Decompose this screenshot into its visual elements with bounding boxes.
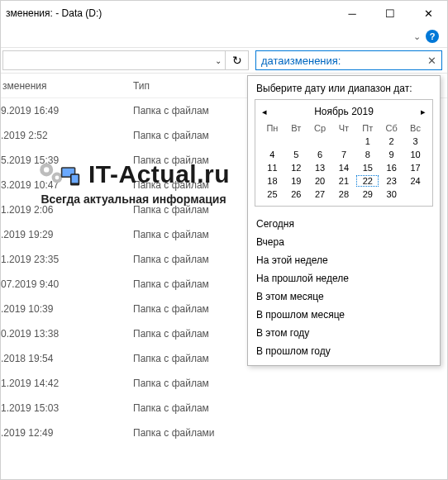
cell-date: 1.2019 14:42 bbox=[1, 378, 133, 389]
cell-date: 1.2019 15:03 bbox=[1, 402, 133, 414]
address-dropdown-icon[interactable]: ⌄ bbox=[215, 56, 222, 65]
calendar-day[interactable]: 21 bbox=[332, 174, 356, 188]
clear-search-icon[interactable]: ✕ bbox=[427, 55, 436, 67]
table-row[interactable]: 1.2019 15:03Папка с файлам bbox=[1, 396, 447, 421]
cell-date: 9.2019 16:49 bbox=[1, 105, 133, 116]
calendar-day[interactable]: 6 bbox=[308, 148, 332, 161]
titlebar: зменения: - Data (D:) ─ ☐ ✕ bbox=[1, 1, 447, 26]
cell-type: Папка с файлам bbox=[133, 229, 209, 240]
date-filter-dropdown: Выберите дату или диапазон дат: ◂ Ноябрь… bbox=[247, 75, 441, 366]
dow-label: Вт bbox=[284, 121, 308, 135]
cell-type: Папка с файлам bbox=[133, 278, 209, 290]
date-preset[interactable]: В прошлом месяце bbox=[248, 306, 440, 324]
calendar-day[interactable]: 17 bbox=[403, 161, 427, 174]
calendar-day[interactable]: 30 bbox=[379, 188, 403, 201]
calendar-day[interactable]: 25 bbox=[260, 188, 284, 201]
cell-date: 1.2019 2:06 bbox=[1, 204, 133, 216]
help-icon[interactable]: ? bbox=[426, 30, 439, 43]
calendar-day[interactable]: 14 bbox=[332, 161, 356, 174]
cell-type: Папка с файлам bbox=[133, 179, 209, 191]
calendar-day bbox=[284, 135, 308, 148]
calendar-day[interactable]: 1 bbox=[355, 135, 379, 148]
cell-type: Папка с файлам bbox=[133, 328, 209, 340]
calendar-day[interactable]: 7 bbox=[332, 148, 356, 161]
cell-date: .2019 12:49 bbox=[1, 427, 133, 439]
search-query: датаизменения: bbox=[261, 55, 341, 67]
cell-date: 07.2019 9:40 bbox=[1, 278, 133, 290]
date-hint: Выберите дату или диапазон дат: bbox=[248, 76, 440, 99]
dow-label: Пт bbox=[355, 121, 379, 135]
month-label[interactable]: Ноябрь 2019 bbox=[314, 106, 374, 117]
calendar-day bbox=[308, 135, 332, 148]
calendar-day[interactable]: 11 bbox=[260, 161, 284, 174]
toolbar: ⌄ ↻ датаизменения: ✕ bbox=[1, 47, 447, 74]
close-button[interactable]: ✕ bbox=[409, 1, 447, 26]
calendar-day[interactable]: 9 bbox=[379, 148, 403, 161]
cell-type: Папка с файлам bbox=[133, 402, 209, 414]
ribbon-collapse-row: ⌄ ? bbox=[1, 26, 447, 47]
minimize-button[interactable]: ─ bbox=[333, 1, 371, 26]
col-modified[interactable]: зменения bbox=[1, 80, 133, 92]
calendar-day[interactable]: 15 bbox=[355, 161, 379, 174]
calendar-day bbox=[332, 135, 356, 148]
date-preset[interactable]: На прошлой неделе bbox=[248, 269, 440, 288]
cell-date: 5.2019 15:39 bbox=[1, 154, 133, 166]
date-preset[interactable]: Сегодня bbox=[248, 215, 440, 233]
date-preset[interactable]: В этом месяце bbox=[248, 288, 440, 306]
cell-date: .2019 10:39 bbox=[1, 303, 133, 315]
calendar-day[interactable]: 3 bbox=[403, 135, 427, 148]
date-preset[interactable]: Вчера bbox=[248, 233, 440, 251]
prev-month-icon[interactable]: ◂ bbox=[262, 107, 267, 117]
cell-type: Папка с файлам bbox=[133, 204, 209, 216]
calendar-day[interactable]: 29 bbox=[355, 188, 379, 201]
table-row[interactable]: 1.2019 14:42Папка с файлам bbox=[1, 371, 447, 396]
cell-date: 1.2019 23:35 bbox=[1, 254, 133, 265]
calendar-day[interactable]: 26 bbox=[284, 188, 308, 201]
calendar-day[interactable]: 28 bbox=[332, 188, 356, 201]
calendar-day[interactable]: 20 bbox=[308, 174, 332, 188]
table-row[interactable]: .2019 12:49Папка с файлами bbox=[1, 421, 447, 445]
dow-label: Сб bbox=[379, 121, 403, 135]
cell-date: 0.2019 13:38 bbox=[1, 328, 133, 340]
address-bar[interactable]: ⌄ bbox=[2, 50, 226, 70]
calendar-day[interactable]: 18 bbox=[260, 174, 284, 188]
calendar-day[interactable]: 22 bbox=[355, 174, 379, 188]
refresh-button[interactable]: ↻ bbox=[226, 50, 249, 70]
calendar-day[interactable]: 16 bbox=[379, 161, 403, 174]
maximize-button[interactable]: ☐ bbox=[371, 1, 409, 26]
calendar-day bbox=[403, 188, 427, 201]
cell-date: .2018 19:54 bbox=[1, 353, 133, 364]
calendar-day[interactable]: 8 bbox=[355, 148, 379, 161]
calendar-grid: ПнВтСрЧтПтСбВс 1234567891011121314151617… bbox=[260, 121, 427, 201]
calendar-day[interactable]: 13 bbox=[308, 161, 332, 174]
date-preset[interactable]: В этом году bbox=[248, 324, 440, 342]
calendar-day[interactable]: 5 bbox=[284, 148, 308, 161]
calendar-day[interactable]: 12 bbox=[284, 161, 308, 174]
cell-type: Папка с файлам bbox=[133, 353, 209, 364]
dow-label: Вс bbox=[403, 121, 427, 135]
chevron-down-icon[interactable]: ⌄ bbox=[413, 31, 421, 42]
calendar-day[interactable]: 10 bbox=[403, 148, 427, 161]
cell-date: .2019 2:52 bbox=[1, 130, 133, 141]
calendar-day[interactable]: 23 bbox=[379, 174, 403, 188]
date-preset[interactable]: На этой неделе bbox=[248, 251, 440, 269]
cell-type: Папка с файлам bbox=[133, 154, 209, 166]
calendar: ◂ Ноябрь 2019 ▸ ПнВтСрЧтПтСбВс 123456789… bbox=[255, 99, 433, 207]
calendar-day[interactable]: 19 bbox=[284, 174, 308, 188]
dow-label: Ср bbox=[308, 121, 332, 135]
calendar-day[interactable]: 24 bbox=[403, 174, 427, 188]
search-box[interactable]: датаизменения: ✕ bbox=[255, 50, 442, 70]
cell-type: Папка с файлам bbox=[133, 303, 209, 315]
cell-type: Папка с файлам bbox=[133, 254, 209, 265]
dow-label: Пн bbox=[260, 121, 284, 135]
cell-date: .2019 19:29 bbox=[1, 229, 133, 240]
calendar-day[interactable]: 4 bbox=[260, 148, 284, 161]
dow-label: Чт bbox=[332, 121, 356, 135]
next-month-icon[interactable]: ▸ bbox=[421, 107, 426, 117]
date-preset[interactable]: В прошлом году bbox=[248, 342, 440, 360]
date-presets: СегодняВчераНа этой неделеНа прошлой нед… bbox=[248, 211, 440, 365]
calendar-day[interactable]: 2 bbox=[379, 135, 403, 148]
cell-date: 3.2019 10:47 bbox=[1, 179, 133, 191]
calendar-day bbox=[260, 135, 284, 148]
calendar-day[interactable]: 27 bbox=[308, 188, 332, 201]
